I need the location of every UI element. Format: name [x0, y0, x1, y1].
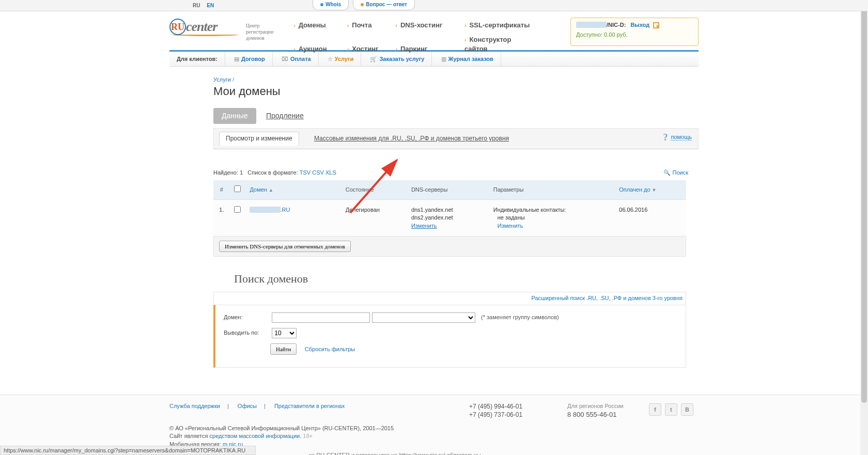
footer-offices[interactable]: Офисы [238, 403, 257, 409]
footer-region-phone: Для регионов России8 800 555-46-01 [567, 402, 624, 420]
subnav-contract[interactable]: ▤Договор [227, 52, 273, 67]
balance-text: Доступно: 0.00 руб. [576, 31, 693, 39]
change-params-link[interactable]: Изменить [493, 223, 523, 229]
social-icons: f t B [647, 403, 693, 416]
domain-zone-select[interactable] [372, 312, 475, 323]
menu-ssl[interactable]: ›SSL-сертификаты [464, 21, 532, 30]
result-summary: Найдено: 1 Список в формате: TSV CSV XLS… [213, 169, 699, 177]
lang-en[interactable]: EN [207, 3, 214, 8]
tab-bulk-edit[interactable]: Массовые изменения для .RU, .SU, .РФ и д… [308, 132, 515, 145]
domain-input[interactable] [272, 312, 370, 323]
params-label: Индивидуальные контакты: [493, 206, 611, 214]
change-dns-link[interactable]: Изменить [411, 223, 437, 229]
domain-search-section: Поиск доменов Расширенный поиск .RU, .SU… [213, 273, 699, 367]
search-form: Домен: (* заменяет группу символов) Выво… [213, 305, 686, 368]
scrollbar-thumb[interactable] [861, 0, 867, 403]
dns-server-1: dns1.yandex.net [411, 206, 485, 214]
logo-subtitle: Центр регистрации доменов [246, 23, 273, 41]
user-login-masked [576, 22, 607, 28]
domain-masked [250, 207, 280, 213]
facebook-icon[interactable]: f [649, 403, 661, 416]
dns-server-2: dns2.yandex.net [411, 214, 485, 222]
table-row: 1. .RU Делегирован dns1.yandex.net dns2.… [213, 199, 686, 236]
search-toggle[interactable]: 🔍Поиск [663, 169, 688, 177]
extended-search-link[interactable]: Расширенный поиск .RU, .SU, .РФ и домено… [213, 292, 686, 304]
col-checkbox [230, 180, 246, 200]
vertical-scrollbar[interactable] [860, 0, 868, 455]
mass-media-link[interactable]: средством массовой информации. [210, 433, 302, 439]
tab-faq[interactable]: Вопрос — ответ [353, 0, 415, 10]
user-box: /NIC-D: Выход Доступно: 0.00 руб. [570, 18, 699, 46]
export-xls[interactable]: XLS [326, 169, 336, 176]
help-link[interactable]: ?помощь [663, 133, 692, 142]
top-bar: RU EN Whois Вопрос — ответ [0, 0, 868, 11]
bulk-action-bar: Изменить DNS-серверы для отмеченных доме… [213, 236, 686, 257]
browser-statusbar: https://www.nic.ru/manager/my_domains.cg… [0, 446, 256, 455]
col-paid[interactable]: Оплачен до▼ [615, 180, 686, 200]
page-title: Мои домены [213, 85, 699, 98]
logo-badge: RU [169, 19, 186, 35]
cell-state: Делегирован [342, 199, 407, 236]
col-domain[interactable]: Домен▲ [245, 180, 341, 200]
menu-hosting[interactable]: ›Хостинг [347, 44, 394, 54]
wallet-icon: ⌧ [282, 56, 288, 62]
cell-checkbox [230, 199, 246, 236]
menu-parking[interactable]: ›Паркинг [395, 44, 462, 54]
logout-link[interactable]: Выход [630, 22, 649, 28]
menu-dns[interactable]: ›DNS-хостинг [395, 21, 462, 30]
lang-ru[interactable]: RU [193, 3, 200, 8]
tab-data[interactable]: Данные [213, 108, 256, 124]
export-csv[interactable]: CSV [312, 169, 324, 176]
search-heading: Поиск доменов [234, 273, 699, 285]
primary-tabs: Данные Продление [213, 108, 699, 124]
export-tsv[interactable]: TSV [300, 169, 311, 176]
bulk-change-dns-button[interactable]: Изменить DNS-серверы для отмеченных доме… [219, 241, 351, 252]
menu-mail[interactable]: ›Почта [347, 21, 394, 30]
header: RUcenter Центр регистрации доменов ›Доме… [169, 11, 699, 50]
tab-whois[interactable]: Whois [313, 0, 349, 10]
cell-paid: 06.06.2016 [615, 199, 686, 236]
main-menu: ›Домены ›Почта ›DNS-хостинг ›SSL-сертифи… [293, 21, 532, 59]
params-value: не заданы [493, 214, 611, 222]
breadcrumb-services[interactable]: Услуги [213, 76, 231, 83]
perpage-select[interactable]: 10 [272, 328, 297, 338]
domain-link[interactable]: .RU [281, 207, 290, 213]
sort-asc-icon: ▲ [269, 187, 273, 193]
col-dns: DNS-серверы [407, 180, 489, 200]
footer-regions[interactable]: Представители в регионах [274, 403, 345, 409]
help-icon: ? [663, 132, 668, 143]
vk-icon[interactable]: B [681, 403, 693, 416]
cell-domain: .RU [245, 199, 341, 236]
logo[interactable]: RUcenter [169, 19, 242, 36]
sort-desc-icon: ▼ [652, 187, 657, 193]
footer-support[interactable]: Служба поддержки [169, 403, 220, 409]
subnav-label: Для клиентов: [169, 52, 225, 67]
label-domain: Домен: [224, 313, 270, 321]
footer-phones: +7 (495) 994-46-01+7 (495) 737-06-01 [469, 402, 522, 420]
secondary-tabs: Просмотр и изменение Массовые изменения … [213, 128, 699, 149]
breadcrumb: Услуги / [213, 76, 699, 84]
doc-icon: ▤ [234, 56, 239, 62]
menu-sitebuilder[interactable]: ›Конструктор сайтов [464, 35, 532, 54]
tab-view-edit[interactable]: Просмотр и изменение [219, 132, 299, 146]
wildcard-hint: (* заменяет группу символов) [481, 314, 559, 320]
content: Услуги / Мои домены Данные Продление Про… [169, 67, 699, 383]
col-state: Состояние [342, 180, 407, 200]
row-checkbox[interactable] [234, 206, 241, 213]
menu-auction[interactable]: ›Аукцион [293, 44, 345, 54]
tab-renewal[interactable]: Продление [258, 108, 312, 124]
select-all-checkbox[interactable] [234, 185, 241, 192]
twitter-icon[interactable]: t [665, 403, 677, 416]
col-number: # [213, 180, 230, 200]
col-params: Параметры [489, 180, 615, 200]
cell-params: Индивидуальные контакты: не заданы Измен… [489, 199, 615, 236]
user-nic: /NIC-D: [607, 22, 626, 28]
cell-dns: dns1.yandex.net dns2.yandex.net Изменить [407, 199, 489, 236]
cell-number: 1. [213, 199, 230, 236]
logo-word: center [186, 19, 217, 34]
search-submit-button[interactable]: Найти [270, 343, 297, 355]
reset-filters-link[interactable]: Сбросить фильтры [305, 346, 355, 352]
language-switch: RU EN [193, 2, 219, 9]
menu-domains[interactable]: ›Домены [293, 21, 345, 30]
logout-icon[interactable] [653, 22, 659, 28]
